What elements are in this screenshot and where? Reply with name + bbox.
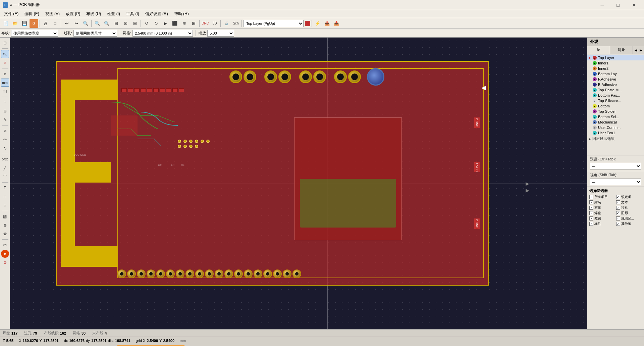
selector-cb-pad[interactable]: ✓ bbox=[589, 211, 593, 215]
maximize-button[interactable]: □ bbox=[610, 0, 626, 10]
menu-prefs[interactable]: 偏好设置 (R) bbox=[143, 10, 171, 17]
misc1-btn[interactable]: ⊗ bbox=[1, 221, 9, 229]
menu-inspect[interactable]: 检查 (I) bbox=[104, 10, 123, 17]
in-unit-btn[interactable]: in bbox=[1, 70, 9, 78]
layer-eye-topsolder[interactable]: ● bbox=[593, 109, 597, 113]
layer-item-topsilk[interactable]: ● Top Silkscre... bbox=[587, 98, 644, 103]
zoom-select-button[interactable]: ⊟ bbox=[130, 19, 139, 28]
delete-lt-btn[interactable]: ⊗ bbox=[1, 258, 9, 266]
layer-color-btn[interactable] bbox=[305, 21, 310, 26]
grid-tool-btn[interactable]: ⊞ bbox=[1, 39, 9, 47]
layer-eye-inner2[interactable]: ● bbox=[593, 66, 597, 70]
mm-unit-btn[interactable]: mm bbox=[1, 79, 9, 87]
layer-eye-usercomm[interactable]: ● bbox=[593, 126, 597, 130]
selector-copper[interactable]: ✓ 敷铜 bbox=[589, 216, 615, 221]
layer-item-inner1[interactable]: ● Inner1 bbox=[587, 60, 644, 66]
panel-tab-objects[interactable]: 对象 bbox=[610, 46, 633, 54]
cut-lt-btn[interactable]: ✂ bbox=[1, 241, 9, 249]
select-tool-btn[interactable]: ↖ bbox=[1, 50, 9, 58]
netlist-button[interactable]: ≋ bbox=[180, 19, 189, 28]
zoom-in-button[interactable]: 🔍 bbox=[93, 19, 102, 28]
via-size-select[interactable]: 使用网络类尺寸 bbox=[73, 30, 117, 37]
open-button[interactable]: 📂 bbox=[11, 19, 19, 28]
menu-route[interactable]: 布线 (U) bbox=[84, 10, 104, 17]
circle-lt-btn[interactable]: ○ bbox=[1, 201, 9, 209]
layer-item-bottompa[interactable]: ● Bottom Pas... bbox=[587, 93, 644, 98]
selector-cb-all[interactable]: ✓ bbox=[589, 195, 593, 199]
misc2-btn[interactable]: ✿ bbox=[1, 230, 9, 238]
layer-eye-mechanical[interactable]: ● bbox=[593, 120, 597, 124]
layer-item-usercomm[interactable]: ● User.Comm... bbox=[587, 125, 644, 130]
preset-select[interactable]: --- bbox=[590, 163, 641, 169]
rect-lt-btn[interactable]: □ bbox=[1, 193, 9, 201]
highlight-btn[interactable]: ⚡ bbox=[313, 19, 322, 28]
inspect-icon[interactable]: 🔬 bbox=[222, 19, 231, 28]
selector-locked[interactable]: ✓ 锁定项 bbox=[616, 195, 642, 199]
arc-btn[interactable]: ⌒ bbox=[1, 173, 9, 181]
import-btn[interactable]: 📥 bbox=[332, 19, 341, 28]
pcb-canvas-area[interactable]: 2 GND 1 VCC 2 GND bbox=[10, 38, 587, 329]
layer-item-bottom[interactable]: ● Bottom bbox=[587, 103, 644, 109]
selector-package[interactable]: ✓ 封装 bbox=[589, 200, 615, 205]
zoom-fit-button[interactable]: ⊞ bbox=[112, 19, 120, 28]
selector-cb-package[interactable]: ✓ bbox=[589, 200, 593, 204]
selector-cb-locked[interactable]: ✓ bbox=[616, 195, 620, 199]
zoom-100-button[interactable]: ⊡ bbox=[121, 19, 130, 28]
3d-button[interactable]: 3D bbox=[210, 19, 219, 28]
drc-button[interactable]: DRC bbox=[201, 19, 210, 28]
text-lt-btn[interactable]: T bbox=[1, 184, 9, 192]
export-btn[interactable]: 📤 bbox=[323, 19, 331, 28]
viewangle-select[interactable]: --- bbox=[590, 179, 641, 185]
selector-trace[interactable]: ✓ 布线 bbox=[589, 205, 615, 210]
find-button[interactable]: 🔍 bbox=[81, 19, 90, 28]
layer-eye-usereco1[interactable]: ● bbox=[593, 131, 597, 135]
selector-cb-via[interactable]: ✓ bbox=[616, 206, 620, 210]
drc-lt-btn[interactable]: DRC bbox=[1, 155, 9, 163]
close-icon-btn[interactable]: ✕ bbox=[1, 59, 9, 67]
selector-cb-trace[interactable]: ✓ bbox=[589, 206, 593, 210]
right-collapse-arrow[interactable]: ▶ bbox=[526, 181, 529, 186]
wave-btn[interactable]: ∿ bbox=[1, 144, 9, 152]
selector-pad[interactable]: ✓ 焊盘 bbox=[589, 211, 615, 215]
right-collapse-arrow2[interactable]: ▶ bbox=[526, 188, 529, 193]
print2-button[interactable]: □ bbox=[51, 19, 59, 28]
layer-eye-bottompa[interactable]: ● bbox=[593, 93, 597, 97]
new-button[interactable]: 📄 bbox=[1, 19, 10, 28]
menu-place[interactable]: 放置 (P) bbox=[63, 10, 83, 17]
selector-all[interactable]: ✓ 所有项目 bbox=[589, 195, 615, 199]
selector-dimension[interactable]: ✓ 标注 bbox=[589, 221, 615, 226]
selector-text[interactable]: ✓ 文本 bbox=[616, 200, 642, 205]
trace-width-select[interactable]: 使用网络类宽度 bbox=[11, 30, 58, 37]
print-button[interactable]: 🖨 bbox=[41, 19, 50, 28]
selector-shape[interactable]: ✓ 图形 bbox=[616, 211, 642, 215]
gerber-button[interactable]: G bbox=[30, 19, 38, 28]
selector-cb-rule[interactable]: ✓ bbox=[616, 216, 620, 220]
orange-btn[interactable]: ● bbox=[1, 250, 9, 258]
layer-item-fadhesive[interactable]: ● F.Adhesive bbox=[587, 77, 644, 82]
menu-edit[interactable]: 编辑 (E) bbox=[22, 10, 42, 17]
panel-tab-layers[interactable]: 层 bbox=[587, 46, 610, 54]
layer-selector[interactable]: Top Layer (PgUp) bbox=[243, 20, 304, 27]
minimize-button[interactable]: ─ bbox=[595, 0, 610, 10]
layer-eye-bottomsol[interactable]: ● bbox=[593, 115, 597, 119]
trace-btn[interactable]: ✏ bbox=[1, 136, 9, 144]
stop-button[interactable]: ⬛ bbox=[170, 19, 179, 28]
layer-item-topsolder[interactable]: ● Top Solder bbox=[587, 109, 644, 114]
layer-eye-badhesive[interactable]: ● bbox=[593, 83, 597, 87]
netlist2-button[interactable]: ⊞ bbox=[189, 19, 198, 28]
schematic-icon[interactable]: Sch bbox=[231, 19, 240, 28]
zoom-select[interactable]: 5.00 bbox=[207, 30, 234, 37]
layer-eye-toppasten[interactable]: ● bbox=[593, 88, 597, 92]
menu-tools[interactable]: 工具 (I) bbox=[123, 10, 142, 17]
layer-item-toppasten[interactable]: ● Top Paste M... bbox=[587, 87, 644, 93]
layer-item-usereco1[interactable]: ● User.Eco1 bbox=[587, 130, 644, 136]
menu-view[interactable]: 视图 (V) bbox=[43, 10, 62, 17]
resize-handle[interactable]: ◀ bbox=[481, 84, 486, 91]
close-button[interactable]: ✕ bbox=[626, 0, 641, 10]
selector-rule[interactable]: ✓ 规则区... bbox=[616, 216, 642, 221]
layer-group-display[interactable]: ▶ 图层显示选项 bbox=[587, 136, 644, 142]
hatching-btn[interactable]: ▨ bbox=[1, 212, 9, 220]
selector-via[interactable]: ✓ 过孔 bbox=[616, 205, 642, 210]
route-btn[interactable]: ≋ bbox=[1, 127, 9, 135]
redo-button[interactable]: ↪ bbox=[72, 19, 80, 28]
